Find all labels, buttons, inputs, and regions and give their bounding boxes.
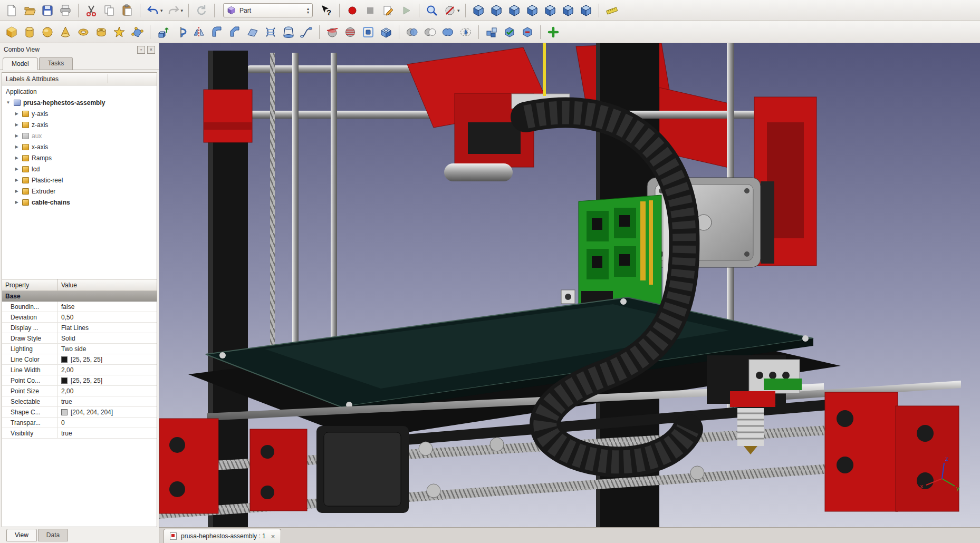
part-torus-button[interactable]: [75, 24, 92, 41]
part-fillet-button[interactable]: [208, 24, 225, 41]
part-make-face-button[interactable]: [244, 24, 261, 41]
part-chamfer-button[interactable]: [226, 24, 243, 41]
property-value[interactable]: [25, 25, 25]: [58, 354, 157, 364]
part-shape-builder-button[interactable]: [129, 24, 146, 41]
property-row-lighting[interactable]: LightingTwo side: [2, 344, 157, 354]
property-group-base[interactable]: Base: [2, 291, 157, 302]
tree-item-z-axis[interactable]: ▶z-axis: [2, 119, 157, 130]
tree-item-cable-chains[interactable]: ▶cable-chains: [2, 197, 157, 208]
part-cylinder-button[interactable]: [21, 24, 38, 41]
property-value[interactable]: false: [58, 302, 157, 312]
property-value[interactable]: true: [58, 396, 157, 406]
property-row-display[interactable]: Display ...Flat Lines: [2, 323, 157, 333]
open-document-button[interactable]: [21, 2, 38, 19]
column-value[interactable]: Value: [58, 279, 157, 290]
property-row-line-color[interactable]: Line Color[25, 25, 25]: [2, 354, 157, 365]
property-row-deviation[interactable]: Deviation0,50: [2, 312, 157, 323]
property-row-line-width[interactable]: Line Width2,00: [2, 365, 157, 375]
tree-item-lcd[interactable]: ▶lcd: [2, 163, 157, 174]
view-right-button[interactable]: [524, 2, 541, 19]
tree-root-application[interactable]: Application: [2, 86, 157, 97]
property-row-draw-style[interactable]: Draw StyleSolid: [2, 333, 157, 344]
tree-expander-icon[interactable]: ▶: [14, 133, 20, 138]
property-value[interactable]: 0,50: [58, 312, 157, 322]
tree-item-Ramps[interactable]: ▶Ramps: [2, 152, 157, 163]
property-value[interactable]: 2,00: [58, 386, 157, 396]
undo-dropdown[interactable]: ▾: [160, 8, 163, 13]
viewport-3d[interactable]: x y z: [159, 43, 980, 527]
view-bottom-button[interactable]: [560, 2, 577, 19]
part-defeaturing-button[interactable]: [519, 24, 536, 41]
save-button[interactable]: [39, 2, 56, 19]
part-cross-sections-button[interactable]: [342, 24, 359, 41]
part-revolve-button[interactable]: [172, 24, 189, 41]
tree-item-Plastic-reel[interactable]: ▶Plastic-reel: [2, 174, 157, 186]
property-value[interactable]: true: [58, 428, 157, 438]
paste-button[interactable]: [119, 2, 136, 19]
tree-expander-icon[interactable]: ▶: [14, 178, 20, 182]
property-row-transpar[interactable]: Transpar...0: [2, 418, 157, 428]
part-cut-button[interactable]: [421, 24, 438, 41]
tab-data[interactable]: Data: [38, 529, 68, 541]
redo-button[interactable]: [165, 2, 182, 19]
tree-expander-icon[interactable]: ▶: [14, 122, 20, 127]
view-rear-button[interactable]: [542, 2, 559, 19]
macro-record-button[interactable]: [344, 2, 361, 19]
property-row-boundin[interactable]: Boundin...false: [2, 302, 157, 312]
macro-play-button[interactable]: [398, 2, 415, 19]
macro-edit-button[interactable]: [380, 2, 397, 19]
property-value[interactable]: [25, 25, 25]: [58, 375, 157, 385]
tree-expander-icon[interactable]: ▶: [14, 156, 20, 160]
tab-tasks[interactable]: Tasks: [39, 57, 73, 70]
tab-view[interactable]: View: [6, 529, 37, 541]
measure-distance-button[interactable]: [603, 2, 620, 19]
draw-style-button[interactable]: [441, 2, 458, 19]
tree-item-x-axis[interactable]: ▶x-axis: [2, 141, 157, 152]
view-front-button[interactable]: [488, 2, 505, 19]
property-value[interactable]: Flat Lines: [58, 323, 157, 333]
view-top-button[interactable]: [506, 2, 523, 19]
column-property[interactable]: Property: [2, 279, 58, 290]
tree-expander-icon[interactable]: ▼: [5, 100, 11, 105]
tree-item-prusa-hephestos-assembly[interactable]: ▼prusa-hephestos-assembly: [2, 97, 157, 108]
property-value[interactable]: Solid: [58, 333, 157, 343]
tree-item-y-axis[interactable]: ▶y-axis: [2, 108, 157, 119]
part-thickness-button[interactable]: [378, 24, 395, 41]
tree-expander-icon[interactable]: ▶: [14, 200, 20, 205]
part-boolean-button[interactable]: [403, 24, 420, 41]
combo-view-titlebar[interactable]: Combo View ▫ ×: [0, 43, 159, 56]
tree-expander-icon[interactable]: ▶: [14, 144, 20, 149]
part-extrude-button[interactable]: [155, 24, 171, 41]
part-section-button[interactable]: [324, 24, 341, 41]
property-row-shape-c[interactable]: Shape C...[204, 204, 204]: [2, 407, 157, 418]
copy-button[interactable]: [101, 2, 118, 19]
workbench-selector[interactable]: Part ▴ ▾: [223, 3, 313, 17]
panel-float-button[interactable]: ▫: [137, 46, 145, 54]
undo-button[interactable]: [145, 2, 161, 19]
property-row-visibility[interactable]: Visibilitytrue: [2, 428, 157, 439]
print-button[interactable]: [57, 2, 74, 19]
model-tree[interactable]: Application ▼prusa-hephestos-assembly▶y-…: [2, 85, 157, 279]
tree-expander-icon[interactable]: ▶: [14, 167, 20, 171]
part-box-button[interactable]: [3, 24, 20, 41]
property-value[interactable]: Two side: [58, 344, 157, 354]
workbench-selector-spinner[interactable]: ▴ ▾: [307, 7, 309, 14]
property-value[interactable]: 0: [58, 418, 157, 428]
part-mirror-button[interactable]: [190, 24, 207, 41]
document-tab[interactable]: prusa-hephestos-assembly : 1 ×: [164, 529, 281, 543]
tree-item-aux[interactable]: ▶aux: [2, 130, 157, 141]
part-check-geometry-button[interactable]: [501, 24, 518, 41]
new-document-button[interactable]: [3, 2, 20, 19]
part-sweep-button[interactable]: [298, 24, 315, 41]
draw-style-dropdown[interactable]: ▾: [457, 8, 460, 13]
property-row-point-co[interactable]: Point Co...[25, 25, 25]: [2, 375, 157, 386]
cut-button[interactable]: [83, 2, 100, 19]
part-loft-button[interactable]: [280, 24, 297, 41]
view-axonometric-button[interactable]: [470, 2, 487, 19]
property-row-point-size[interactable]: Point Size2,00: [2, 386, 157, 396]
macro-stop-button[interactable]: [362, 2, 379, 19]
whats-this-button[interactable]: [318, 2, 335, 19]
part-union-button[interactable]: [439, 24, 456, 41]
fit-all-button[interactable]: [424, 2, 440, 19]
part-add-primitive-button[interactable]: [545, 24, 562, 41]
